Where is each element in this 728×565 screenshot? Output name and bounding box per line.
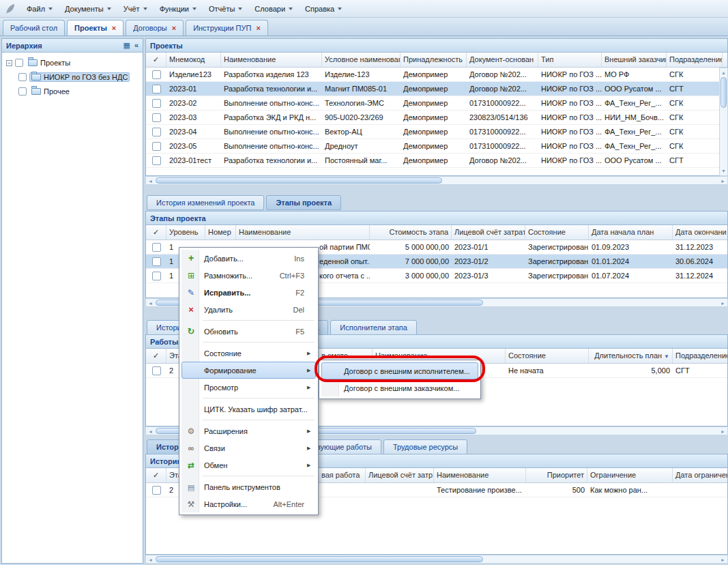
horizontal-scrollbar[interactable]: ◄ ► [145,176,728,185]
scroll-left-icon[interactable]: ◄ [147,177,154,185]
tree-expander-icon[interactable]: − [6,60,12,66]
column-header[interactable]: Дата ограничени [673,468,728,482]
menubar-item[interactable]: Функции [154,2,203,16]
scrollbar-thumb[interactable] [156,177,442,184]
horizontal-scrollbar[interactable]: ◄ ► [145,555,728,564]
scroll-right-icon[interactable]: ► [719,300,727,307]
window-tab[interactable]: Рабочий стол [3,20,65,35]
row-checkbox[interactable] [152,113,161,122]
scroll-right-icon[interactable]: ► [719,556,727,564]
scroll-right-icon[interactable]: ► [719,428,727,435]
column-header[interactable]: Уровень [166,225,205,240]
grid-search-icon[interactable]: ▦ [123,42,130,49]
column-header[interactable]: Подразделение [667,53,723,67]
table-row[interactable]: 2023-05Выполнение опытно-конс...Дредноут… [146,139,727,154]
column-header[interactable]: Тип [538,53,602,67]
scrollbar-thumb[interactable] [720,77,727,108]
menu-item[interactable]: ЦИТК. Указать шифр затрат... [181,401,316,418]
column-header[interactable]: Приоритет [526,468,587,482]
row-checkbox[interactable] [152,156,161,165]
row-checkbox[interactable] [152,85,161,93]
menu-item[interactable]: Договор с внешним заказчиком... [321,379,478,396]
menu-item[interactable]: Просмотр▶ [181,379,316,396]
column-header[interactable]: Лицевой счёт затр [366,468,434,482]
column-header[interactable]: Внешний заказчик [602,53,667,67]
column-header[interactable]: Документ-основан [467,53,538,67]
tree-item[interactable]: Прочее [3,85,141,98]
menubar-item[interactable]: Документы [59,2,117,16]
column-header[interactable]: ✓ [146,225,166,240]
menu-item[interactable]: Добавить...Ins [181,250,316,267]
table-row[interactable]: Изделие123Разработка изделия 123Изделие-… [146,68,727,82]
menu-item[interactable]: Договор с внешним исполнителем... [321,362,478,379]
menu-item[interactable]: Состояние▶ [181,345,316,362]
table-row[interactable]: 2023-03Разработка ЭКД и РКД н...905-U020… [146,111,727,125]
menu-item[interactable]: УдалитьDel [181,301,316,318]
scroll-right-icon[interactable]: ► [719,177,727,185]
row-checkbox[interactable] [152,70,161,79]
column-header[interactable]: Принадлежность [401,53,467,67]
tree-checkbox[interactable] [18,87,27,96]
menu-item[interactable]: Размножить...Ctrl+F3 [181,267,316,284]
tree-item[interactable]: −Проекты [3,56,141,70]
column-header[interactable]: Стоимость этапа [370,225,452,240]
row-checkbox[interactable] [152,142,161,151]
column-header[interactable]: Состояние [525,225,589,240]
table-row[interactable]: 2023-04Выполнение опытно-конс...Вектор-А… [146,125,727,139]
detail-tab[interactable]: Исполнители этапа [330,320,417,335]
row-checkbox[interactable] [152,257,161,266]
close-tab-icon[interactable]: × [112,25,116,31]
scroll-up-icon[interactable]: ▲ [720,69,727,76]
scroll-left-icon[interactable]: ◄ [147,556,154,564]
close-tab-icon[interactable]: × [172,25,176,31]
menubar-item[interactable]: Словари [248,2,299,16]
column-header[interactable]: Дата окончани [673,225,728,240]
row-checkbox[interactable] [152,243,161,252]
column-header[interactable]: Наименование [236,225,370,240]
column-header[interactable]: Длительность план▼ [589,349,673,363]
detail-tab[interactable]: Трудовые ресурсы [383,439,467,454]
tree-checkbox[interactable] [18,73,27,81]
table-row[interactable]: 2023-01тестРазработка технологии и...Пос… [146,154,727,168]
column-header[interactable]: Номер [205,225,236,240]
menu-item[interactable]: Панель инструментов [181,478,316,495]
menu-item[interactable]: Формирование▶ [181,362,316,379]
window-tab[interactable]: Инструкции ПУП× [186,20,268,35]
window-tab[interactable]: Договоры× [126,20,184,35]
vertical-scrollbar[interactable]: ▲ ▼ [719,68,728,176]
menu-item[interactable]: ОбновитьF5 [181,323,316,340]
tree-checkbox[interactable] [15,59,23,67]
column-header[interactable]: Состояние [506,349,589,363]
detail-tab[interactable]: Этапы проекта [266,195,341,210]
column-header[interactable]: Подразделение-испо [673,349,728,363]
window-tab[interactable]: Проекты× [67,20,123,35]
menu-item[interactable]: Обмен▶ [181,457,316,474]
menubar-item[interactable]: Учёт [117,2,154,16]
close-tab-icon[interactable]: × [256,25,260,31]
scroll-left-icon[interactable]: ◄ [147,428,154,435]
table-row[interactable]: 2023-02Выполнение опытно-конс...Технолог… [146,96,727,111]
row-checkbox[interactable] [152,366,161,375]
row-checkbox[interactable] [152,272,161,280]
column-header[interactable]: Мнемокод [166,53,221,67]
table-row[interactable]: 2023-01Разработка технологии и...Магнит … [146,82,727,96]
row-checkbox[interactable] [152,486,161,495]
column-header[interactable]: Дата начала план [589,225,673,240]
column-header[interactable]: ✓ [146,53,166,67]
tree-item[interactable]: НИОКР по ГОЗ без НДС [3,70,141,84]
column-header[interactable]: Наименование [221,53,322,67]
scroll-left-icon[interactable]: ◄ [147,300,154,307]
column-header[interactable]: Наименование [434,468,526,482]
collapse-sidebar-icon[interactable]: « [134,42,139,49]
menubar-item[interactable]: Отчёты [203,2,248,16]
column-header[interactable]: ✓ [146,468,166,482]
menubar-item[interactable]: Справка [299,2,348,16]
column-header[interactable]: Условное наименован [322,53,401,67]
menu-item[interactable]: Исправить...F2 [181,284,316,301]
detail-tab[interactable]: История изменений проекта [147,195,264,210]
scroll-down-icon[interactable]: ▼ [720,167,727,175]
column-header[interactable]: ✓ [146,349,166,363]
row-checkbox[interactable] [152,128,161,136]
row-checkbox[interactable] [152,99,161,108]
menu-item[interactable]: Настройки...Alt+Enter [181,495,316,512]
